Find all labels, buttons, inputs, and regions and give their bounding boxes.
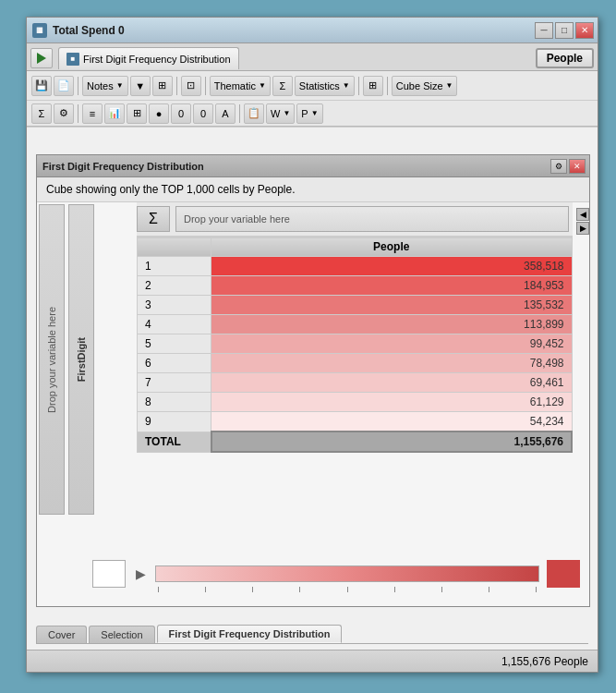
table-panel: Σ Drop your variable here People [137,202,589,517]
bottom-tab-0[interactable]: Cover [36,626,87,643]
slider-arrow-icon: ▶ [133,566,148,581]
minimize-button[interactable]: ─ [535,22,553,39]
grid2-icon[interactable]: ⊞ [127,103,147,124]
total-row: TOTAL1,155,676 [138,432,573,452]
row-value: 54,234 [211,412,573,432]
status-bar: 1,155,676 People [27,650,598,672]
window-controls: ─ □ ✕ [535,22,594,39]
separator-6 [78,104,79,123]
num-icon[interactable]: 0 [171,103,191,124]
slider-track[interactable] [155,565,539,583]
statistics-label: Statistics [299,80,340,91]
tick-2 [205,587,206,592]
doc-tab-icon: ■ [66,53,79,66]
ribbon-row-1: 💾 📄 Notes ▼ ▼ ⊞ ⊡ Thematic ▼ Σ Statistic… [27,71,598,101]
row-digit-label: 8 [138,393,211,412]
row-digit-label: 1 [138,257,211,276]
play-icon [37,53,46,64]
settings-icon[interactable]: ⚙ [54,103,74,124]
status-text: 1,155,676 People [501,655,588,668]
people-column-header: People [211,237,573,257]
row-axis-label-box: FirstDigit [68,204,94,515]
bottom-tab-2[interactable]: First Digit Frequency Distribution [157,625,343,643]
bottom-tabs: CoverSelectionFirst Digit Frequency Dist… [36,622,588,644]
play-button[interactable] [30,48,53,68]
row-value: 184,953 [211,276,573,296]
sigma-row: Σ Drop your variable here [137,202,573,237]
word-arrow: ▼ [283,109,290,117]
separator-7 [239,104,240,123]
separator-1 [78,77,79,95]
rows-icon[interactable]: ≡ [82,103,103,124]
drop-left-zone[interactable]: Drop your variable here [39,204,65,515]
row-value: 358,518 [211,257,573,276]
statistics-dropdown[interactable]: Statistics ▼ [295,76,355,96]
document-tab[interactable]: ■ First Digit Frequency Distribution [58,47,239,69]
save-icon[interactable]: 💾 [31,76,52,96]
people-button[interactable]: People [536,48,594,68]
inner-title-bar: First Digit Frequency Distribution ⚙ ✕ [37,155,589,177]
separator-2 [176,77,177,95]
chart-icon[interactable]: 📊 [104,103,125,124]
total-value: 1,155,676 [211,432,573,452]
row-value: 99,452 [211,334,573,354]
table-row: 3135,532 [138,296,573,315]
excel-icon[interactable]: 📋 [244,103,264,124]
inner-close-button[interactable]: ✕ [569,159,586,174]
row-value: 113,899 [211,315,573,334]
drop-variable-label: Drop your variable here [184,213,290,225]
tick-8 [489,587,489,592]
bottom-tab-1[interactable]: Selection [89,626,154,643]
sum-icon[interactable]: Σ [31,103,52,124]
cube-size-dropdown[interactable]: Cube Size ▼ [392,76,458,96]
ppt-dropdown[interactable]: P ▼ [296,103,322,124]
cube-size-label: Cube Size [396,80,443,91]
tick-1 [158,587,159,592]
export-icon[interactable]: 📄 [54,76,74,96]
tick-6 [394,587,395,592]
table-row: 2184,953 [138,276,573,296]
notes-dropdown[interactable]: Notes ▼ [82,76,128,96]
row-value: 69,461 [211,373,573,393]
table-row: 678,498 [138,354,573,373]
dot-icon[interactable]: ● [149,103,169,124]
filter-icon[interactable]: ▼ [130,76,151,96]
title-bar: ▦ Total Spend 0 ─ □ ✕ [27,18,598,43]
row-digit-label: 7 [138,373,211,393]
num2-icon[interactable]: 0 [193,103,213,124]
thematic-arrow: ▼ [259,81,266,90]
pivot-area: ◀ ▶ Drop your variable here FirstDigit [37,202,589,517]
sigma-icon[interactable]: Σ [272,76,293,96]
inner-window: First Digit Frequency Distribution ⚙ ✕ C… [36,154,590,607]
window-title: Total Spend 0 [53,24,125,37]
filter2-icon[interactable]: ⊞ [152,76,173,96]
close-button[interactable]: ✕ [575,22,594,39]
inner-settings-button[interactable]: ⚙ [550,159,567,174]
row-digit-label: 3 [138,296,211,315]
total-label: TOTAL [138,432,211,452]
nav-right-arrow[interactable]: ▶ [576,222,589,235]
notes-label: Notes [87,80,114,91]
statistics-arrow: ▼ [343,81,350,90]
nav-left-arrow[interactable]: ◀ [576,208,589,221]
separator-4 [358,77,359,95]
drop-variable-zone[interactable]: Drop your variable here [175,206,569,232]
toolbar-area: ■ First Digit Frequency Distribution Peo… [27,43,598,128]
row-digit-label: 2 [138,276,211,296]
drop-left-label: Drop your variable here [46,307,57,413]
ribbon-row-2: Σ ⚙ ≡ 📊 ⊞ ● 0 0 A 📋 W ▼ P ▼ [27,101,598,127]
thematic-label: Thematic [214,80,256,91]
word-dropdown[interactable]: W ▼ [266,103,295,124]
thematic-dropdown[interactable]: Thematic ▼ [210,76,271,96]
separator-5 [387,77,388,95]
main-window: ▦ Total Spend 0 ─ □ ✕ ■ First Digit Freq… [26,17,598,673]
text-icon[interactable]: A [215,103,236,124]
table-icon[interactable]: ⊡ [181,76,201,96]
maximize-button[interactable]: □ [555,22,574,39]
grid-icon[interactable]: ⊞ [363,76,383,96]
table-row: 954,234 [138,412,573,432]
sigma-button[interactable]: Σ [137,206,170,232]
inner-window-controls: ⚙ ✕ [550,159,586,174]
data-table: People 1358,5182184,9533135,5324113,8995… [137,237,573,453]
empty-header [138,237,211,257]
